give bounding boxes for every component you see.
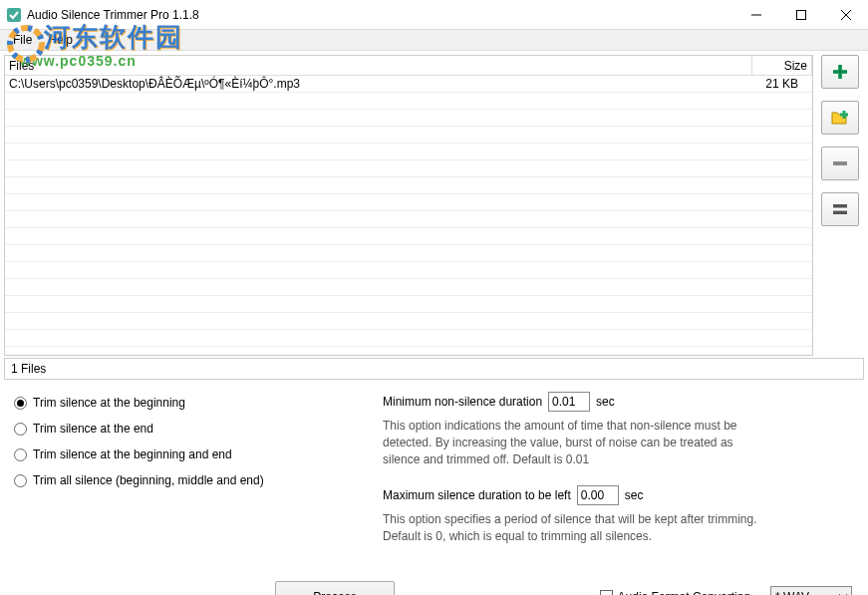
- radio-icon: [14, 448, 27, 461]
- svg-rect-2: [7, 8, 21, 22]
- min-duration-desc: This option indications the amount of ti…: [383, 418, 761, 467]
- max-duration-label: Maximum silence duration to be left: [383, 488, 571, 502]
- max-duration-desc: This option specifies a period of silenc…: [383, 511, 761, 545]
- menubar: File Help: [0, 30, 868, 51]
- file-list[interactable]: C:\Users\pc0359\Desktop\ÐÂÈÕÆµ\ºÓ¶«Èí¼þÔ…: [5, 76, 812, 355]
- side-toolbar: [813, 51, 868, 356]
- minus-icon: [831, 154, 849, 172]
- max-duration-unit: sec: [625, 488, 644, 502]
- app-icon: [6, 7, 22, 23]
- file-path-cell: C:\Users\pc0359\Desktop\ÐÂÈÕÆµ\ºÓ¶«Èí¼þÔ…: [5, 76, 752, 92]
- table-row[interactable]: C:\Users\pc0359\Desktop\ÐÂÈÕÆµ\ºÓ¶«Èí¼þÔ…: [5, 76, 812, 93]
- min-duration-label: Minimum non-silence duration: [383, 395, 542, 409]
- radio-icon: [14, 423, 27, 436]
- window-title: Audio Silence Trimmer Pro 1.1.8: [27, 8, 733, 22]
- radio-icon: [14, 474, 27, 487]
- min-duration-unit: sec: [596, 395, 615, 409]
- minimize-button[interactable]: [733, 0, 778, 29]
- file-size-cell: 21 KB: [752, 76, 812, 92]
- column-header-files[interactable]: Files: [5, 56, 752, 75]
- max-duration-row: Maximum silence duration to be left sec: [383, 485, 854, 505]
- radio-icon: [14, 397, 27, 410]
- clear-all-button[interactable]: [821, 192, 859, 226]
- status-bar: 1 Files: [4, 358, 864, 380]
- radio-trim-all[interactable]: Trim all silence (beginning, middle and …: [14, 473, 353, 487]
- radio-label: Trim all silence (beginning, middle and …: [33, 473, 264, 487]
- format-convert-label: Audio Format Converting: [618, 590, 750, 595]
- maximize-button[interactable]: [778, 0, 823, 29]
- close-icon: [841, 10, 851, 20]
- clear-icon: [831, 200, 849, 218]
- main-area: Files Size C:\Users\pc0359\Desktop\ÐÂÈÕÆ…: [0, 51, 868, 356]
- file-panel: Files Size C:\Users\pc0359\Desktop\ÐÂÈÕÆ…: [4, 55, 813, 356]
- svg-rect-4: [796, 10, 805, 19]
- format-convert-checkbox[interactable]: Audio Format Converting: [600, 590, 750, 595]
- radio-label: Trim silence at the end: [33, 422, 153, 436]
- checkbox-icon: [600, 590, 613, 595]
- duration-settings: Minimum non-silence duration sec This op…: [383, 392, 854, 559]
- min-duration-input[interactable]: [548, 392, 590, 412]
- radio-trim-both[interactable]: Trim silence at the beginning and end: [14, 447, 353, 461]
- titlebar: Audio Silence Trimmer Pro 1.1.8: [0, 0, 868, 30]
- max-duration-input[interactable]: [577, 485, 619, 505]
- process-button[interactable]: Process: [275, 581, 395, 595]
- radio-label: Trim silence at the beginning and end: [33, 447, 232, 461]
- plus-icon: [831, 63, 849, 81]
- radio-trim-end[interactable]: Trim silence at the end: [14, 422, 353, 436]
- trim-mode-group: Trim silence at the beginning Trim silen…: [14, 392, 353, 559]
- minimize-icon: [751, 10, 761, 20]
- radio-label: Trim silence at the beginning: [33, 396, 185, 410]
- min-duration-row: Minimum non-silence duration sec: [383, 392, 854, 412]
- add-folder-button[interactable]: [821, 101, 859, 135]
- format-select[interactable]: *.WAV: [770, 586, 852, 595]
- bottom-bar: Process Audio Format Converting *.WAV: [4, 573, 864, 595]
- column-header-size[interactable]: Size: [752, 56, 812, 75]
- file-list-header: Files Size: [5, 56, 812, 76]
- add-file-button[interactable]: [821, 55, 859, 89]
- folder-plus-icon: [831, 109, 849, 127]
- menu-file[interactable]: File: [5, 31, 40, 49]
- format-select-value: *.WAV: [775, 590, 809, 595]
- remove-file-button[interactable]: [821, 147, 859, 180]
- maximize-icon: [796, 10, 806, 20]
- close-button[interactable]: [823, 0, 868, 29]
- options-panel: Trim silence at the beginning Trim silen…: [4, 386, 864, 565]
- menu-help[interactable]: Help: [40, 31, 81, 49]
- radio-trim-beginning[interactable]: Trim silence at the beginning: [14, 396, 353, 410]
- window-controls: [733, 0, 868, 29]
